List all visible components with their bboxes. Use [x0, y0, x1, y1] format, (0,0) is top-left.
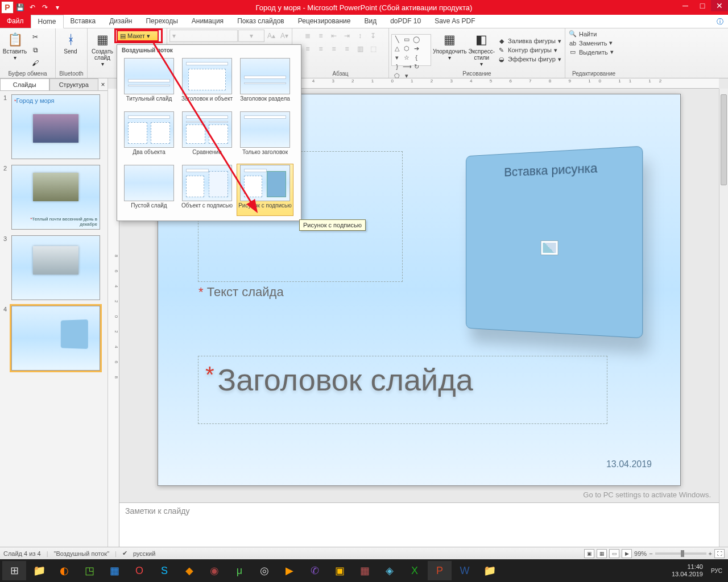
taskbar-app3-icon[interactable]: ◆ [177, 561, 201, 580]
taskbar-explorer2-icon[interactable]: 📁 [478, 561, 502, 580]
spellcheck-icon[interactable]: ✔ [122, 550, 127, 557]
taskbar-opera-icon[interactable]: O [127, 561, 151, 580]
taskbar-powerpoint-icon[interactable]: P [428, 561, 452, 580]
font-combo[interactable]: ▾ [169, 30, 238, 42]
thumbnail-1[interactable]: *Город у моря [11, 94, 100, 159]
bullets-icon[interactable]: ≣ [301, 30, 314, 42]
shapes-gallery[interactable]: ╲▭◯△⬡➔▾ ☆{}⟶↻⬠▾ [391, 34, 431, 66]
indent-dec-icon[interactable]: ⇤ [328, 30, 340, 42]
shape-fill-button[interactable]: ◆Заливка фигуры▾ [497, 37, 562, 45]
zoom-out-icon[interactable]: − [649, 550, 652, 557]
scrollbar-vertical[interactable] [719, 89, 728, 559]
send-button[interactable]: ᚼSend [58, 31, 83, 69]
arrange-button[interactable]: ▦Упорядочить▾ [433, 31, 467, 69]
taskbar-app2-icon[interactable]: ▦ [102, 561, 126, 580]
fit-window-icon[interactable]: ⛶ [714, 549, 725, 558]
taskbar-viber-icon[interactable]: ✆ [303, 561, 326, 580]
taskbar-skype-icon[interactable]: S [152, 561, 176, 580]
save-icon[interactable]: 💾 [14, 1, 26, 14]
tab-animation[interactable]: Анимация [185, 15, 230, 28]
tab-transitions[interactable]: Переходы [139, 15, 184, 28]
taskbar-clock[interactable]: 11:4013.04.2019 [672, 563, 706, 578]
thumbnail-3[interactable] [11, 235, 100, 300]
paste-button[interactable]: 📋Вставить▾ [2, 31, 27, 69]
find-button[interactable]: 🔍Найти [568, 30, 598, 38]
taskbar-language[interactable]: РУС [708, 568, 726, 574]
text-direction-icon[interactable]: ↧ [367, 30, 379, 42]
thumbnail-4[interactable] [11, 306, 100, 371]
taskbar-aimp-icon[interactable]: ▶ [278, 561, 301, 580]
insert-picture-icon[interactable] [541, 240, 559, 255]
tab-savepdf[interactable]: Save As PDF [428, 15, 482, 28]
qat-dropdown-icon[interactable]: ▾ [51, 1, 64, 14]
tab-view[interactable]: Вид [357, 15, 383, 28]
layout-section-header[interactable]: Заголовок раздела [237, 57, 293, 109]
tab-slideshow[interactable]: Показ слайдов [230, 15, 291, 28]
font-size-combo[interactable]: ▾ [238, 30, 264, 42]
taskbar-chrome-icon[interactable]: ◎ [253, 561, 276, 580]
tab-file[interactable]: Файл [0, 15, 31, 28]
taskbar-word-icon[interactable]: W [453, 561, 477, 580]
grow-font-icon[interactable]: A▴ [265, 30, 278, 42]
tab-home[interactable]: Home [31, 15, 64, 28]
zoom-slider[interactable] [655, 552, 706, 555]
align-left-icon[interactable]: ≡ [301, 43, 314, 55]
close-button[interactable]: ✕ [711, 0, 728, 11]
start-button[interactable]: ⊞ [2, 561, 26, 580]
align-right-icon[interactable]: ≡ [328, 43, 340, 55]
taskbar-app6-icon[interactable]: ▦ [353, 561, 377, 580]
indent-inc-icon[interactable]: ⇥ [341, 30, 353, 42]
replace-button[interactable]: abЗаменить▾ [568, 39, 614, 47]
copy-icon[interactable]: ⧉ [29, 44, 42, 56]
view-reading-icon[interactable]: ▭ [609, 549, 619, 558]
line-spacing-icon[interactable]: ↕ [354, 30, 366, 42]
tab-dopdf[interactable]: doPDF 10 [383, 15, 428, 28]
select-button[interactable]: ▭Выделить▾ [568, 48, 615, 56]
taskbar-app7-icon[interactable]: ◈ [378, 561, 402, 580]
taskbar-torrent-icon[interactable]: μ [228, 561, 251, 580]
layout-title-only[interactable]: Только заголовок [237, 110, 293, 163]
new-slide-button[interactable]: ▦Создать слайд▾ [90, 31, 115, 69]
taskbar-firefox-icon[interactable]: ◐ [52, 561, 76, 580]
panel-close-icon[interactable]: × [98, 78, 107, 90]
thumbnail-list[interactable]: 1 *Город у моря 2 *Теплый почти весенний… [0, 91, 107, 559]
layout-blank[interactable]: Пустой слайд [121, 164, 177, 216]
placeholder-picture[interactable]: Вставка рисунка [466, 146, 643, 339]
status-language[interactable]: русский [133, 550, 155, 557]
cut-icon[interactable]: ✂ [29, 31, 42, 43]
maximize-button[interactable]: □ [694, 0, 711, 11]
layout-title-content[interactable]: Заголовок и объект [179, 57, 235, 109]
layout-comparison[interactable]: Сравнение [179, 110, 235, 163]
taskbar-app4-icon[interactable]: ◉ [202, 561, 226, 580]
layout-content-caption[interactable]: Объект с подписью [179, 164, 235, 216]
tab-review[interactable]: Рецензирование [291, 15, 358, 28]
thumbnail-2[interactable]: *Теплый почти весенний день в декабре [11, 165, 100, 230]
minimize-button[interactable]: ─ [677, 0, 694, 11]
undo-icon[interactable]: ↶ [26, 1, 39, 14]
help-icon[interactable]: ⓘ [712, 15, 728, 28]
layout-title-slide[interactable]: Титульный слайд [121, 57, 177, 109]
columns-icon[interactable]: ▥ [354, 43, 366, 55]
quick-styles-button[interactable]: ◧Экспресс-стили▾ [468, 31, 495, 69]
tab-design[interactable]: Дизайн [102, 15, 139, 28]
taskbar-explorer-icon[interactable]: 📁 [27, 561, 51, 580]
justify-icon[interactable]: ≡ [341, 43, 353, 55]
smartart-icon[interactable]: ⬚ [367, 43, 379, 55]
format-painter-icon[interactable]: 🖌 [29, 57, 42, 69]
numbering-icon[interactable]: ≡ [315, 30, 327, 42]
tab-insert[interactable]: Вставка [64, 15, 103, 28]
shape-outline-button[interactable]: ✎Контур фигуры▾ [497, 46, 562, 55]
view-sorter-icon[interactable]: ▦ [597, 549, 607, 558]
redo-icon[interactable]: ↷ [39, 1, 51, 14]
panel-tab-outline[interactable]: Структура [49, 78, 99, 90]
view-normal-icon[interactable]: ▣ [584, 549, 594, 558]
zoom-in-icon[interactable]: + [709, 550, 712, 557]
panel-tab-slides[interactable]: Слайды [0, 78, 49, 90]
taskbar-app5-icon[interactable]: ▣ [328, 561, 351, 580]
placeholder-title[interactable]: *Заголовок слайда [198, 356, 607, 424]
layout-picture-caption[interactable]: Рисунок с подписью [237, 164, 293, 216]
shape-effects-button[interactable]: ◒Эффекты фигур▾ [497, 55, 562, 64]
taskbar-app-icon[interactable]: ◳ [77, 561, 101, 580]
view-slideshow-icon[interactable]: ▶ [622, 549, 632, 558]
layout-two-content[interactable]: Два объекта [121, 110, 177, 163]
